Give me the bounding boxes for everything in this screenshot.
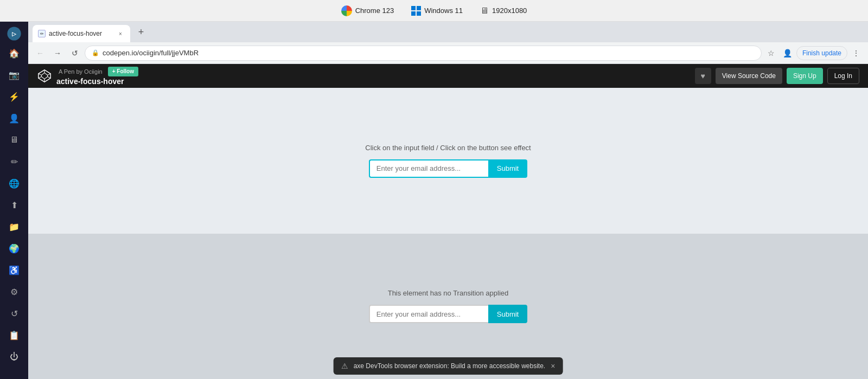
address-bar[interactable]: 🔒 codepen.io/ociigin/full/jjeVMbR <box>85 46 762 61</box>
svg-line-7 <box>48 74 51 75</box>
monitor-icon: 🖥 <box>480 6 489 16</box>
sidebar-item-upload[interactable]: ⬆ <box>4 195 24 215</box>
follow-button[interactable]: + Follow <box>108 67 138 76</box>
demo-2-form: Submit <box>369 305 527 323</box>
browser-tab-active[interactable]: ✏ active-focus-hover × <box>33 25 130 42</box>
nav-actions: ☆ 👤 Finish update ⋮ <box>764 46 864 61</box>
codepen-header-right: ♥ View Source Code Sign Up Log In <box>695 68 859 84</box>
demo-1-form: Submit <box>369 159 527 178</box>
sidebar-item-power[interactable]: ⏻ <box>4 347 24 367</box>
pen-by-label: A Pen by Ociigin <box>59 68 103 75</box>
forward-icon: → <box>54 49 61 57</box>
reload-icon: ↺ <box>72 49 78 57</box>
sidebar-item-camera[interactable]: 📷 <box>4 65 24 85</box>
chrome-browser-info: Chrome 123 <box>341 5 394 16</box>
forward-button[interactable]: → <box>50 46 65 61</box>
pen-title: active-focus-hover <box>56 77 138 86</box>
browser-window: ✏ active-focus-hover × + ← → ↺ 🔒 codepen… <box>28 22 868 379</box>
demo-1-submit-button[interactable]: Submit <box>488 159 527 178</box>
bookmark-button[interactable]: ☆ <box>764 46 779 61</box>
resolution-label: 1920x1080 <box>492 7 527 15</box>
windows-info: Windows 11 <box>411 6 463 16</box>
os-bar: Chrome 123 Windows 11 🖥 1920x1080 <box>0 0 868 22</box>
profile-button[interactable]: 👤 <box>780 46 795 61</box>
sidebar-logo: ▷ <box>7 26 22 41</box>
secure-icon: 🔒 <box>92 49 99 56</box>
svg-marker-3 <box>41 73 47 79</box>
tab-close-button[interactable]: × <box>116 29 125 38</box>
content-area: Click on the input field / Click on the … <box>28 88 868 379</box>
sidebar: ▷ 🏠 📷 ⚡ 👤 🖥 ✏ 🌐 ⬆ 📁 🌍 ♿ ⚙ ↺ 📋 ⏻ <box>0 22 28 379</box>
sidebar-item-folder[interactable]: 📁 <box>4 217 24 236</box>
back-icon: ← <box>36 49 44 57</box>
finish-update-button[interactable]: Finish update <box>796 46 847 60</box>
chrome-label: Chrome 123 <box>355 7 394 15</box>
heart-button[interactable]: ♥ <box>695 68 711 84</box>
windows-label: Windows 11 <box>424 7 463 15</box>
demo-2-email-input[interactable] <box>369 305 488 323</box>
sidebar-item-refresh[interactable]: ↺ <box>4 304 24 323</box>
codepen-header: A Pen by Ociigin + Follow active-focus-h… <box>28 64 868 88</box>
view-source-button[interactable]: View Source Code <box>716 68 782 84</box>
reload-button[interactable]: ↺ <box>67 46 82 61</box>
chrome-icon <box>341 5 352 16</box>
svg-line-6 <box>39 74 42 75</box>
tab-label: active-focus-hover <box>49 30 113 37</box>
notification-text: axe DevTools browser extension: Build a … <box>354 362 546 370</box>
sidebar-item-user[interactable]: 👤 <box>4 108 24 128</box>
sidebar-item-edit[interactable]: ✏ <box>4 152 24 171</box>
codepen-logo: A Pen by Ociigin + Follow active-focus-h… <box>37 67 138 86</box>
svg-line-9 <box>48 76 51 78</box>
login-button[interactable]: Log In <box>827 68 859 84</box>
demo-1-title: Click on the input field / Click on the … <box>365 144 531 152</box>
svg-text:▷: ▷ <box>12 31 17 37</box>
sidebar-item-clipboard[interactable]: 📋 <box>4 325 24 345</box>
notification-icon: ⚠ <box>341 362 348 370</box>
more-icon: ⋮ <box>852 49 860 57</box>
sidebar-item-monitor[interactable]: 🖥 <box>4 130 24 150</box>
address-text: codepen.io/ociigin/full/jjeVMbR <box>103 49 755 57</box>
notification-close-button[interactable]: × <box>551 362 555 370</box>
demo-2-submit-button[interactable]: Submit <box>488 305 527 323</box>
demo-2-title: This element has no Transition applied <box>388 289 509 297</box>
more-button[interactable]: ⋮ <box>848 46 864 61</box>
codepen-logo-icon <box>37 68 52 83</box>
sidebar-item-settings[interactable]: ⚙ <box>4 282 24 301</box>
sidebar-item-bolt[interactable]: ⚡ <box>4 87 24 106</box>
resolution-info: 🖥 1920x1080 <box>480 6 527 16</box>
sidebar-item-accessibility[interactable]: ♿ <box>4 260 24 280</box>
tab-favicon: ✏ <box>38 30 46 37</box>
demo-panel-1: Click on the input field / Click on the … <box>28 88 868 234</box>
notification-bar: ⚠ axe DevTools browser extension: Build … <box>334 357 563 375</box>
svg-line-8 <box>39 76 42 78</box>
demo-1-email-input[interactable] <box>369 159 488 178</box>
tab-bar: ✏ active-focus-hover × + <box>28 22 868 42</box>
finish-update-label: Finish update <box>802 49 841 57</box>
sidebar-item-home[interactable]: 🏠 <box>4 43 24 63</box>
nav-bar: ← → ↺ 🔒 codepen.io/ociigin/full/jjeVMbR … <box>28 42 868 64</box>
new-tab-button[interactable]: + <box>133 24 149 40</box>
windows-icon <box>411 6 421 16</box>
sidebar-item-earth[interactable]: 🌍 <box>4 239 24 258</box>
back-button[interactable]: ← <box>33 46 48 61</box>
sidebar-item-globe[interactable]: 🌐 <box>4 174 24 193</box>
signup-button[interactable]: Sign Up <box>787 68 823 84</box>
